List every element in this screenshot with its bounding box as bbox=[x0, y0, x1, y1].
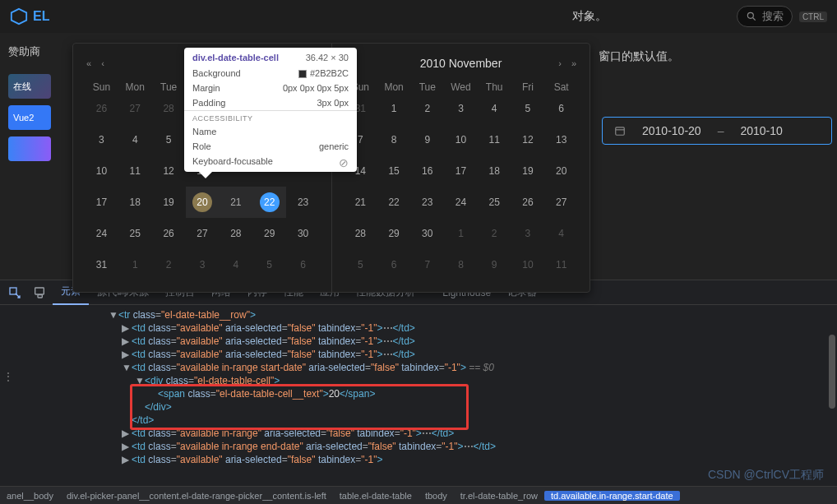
crumb-selected[interactable]: td.available.in-range.start-date bbox=[544, 491, 680, 501]
date-cell[interactable]: 7 bbox=[410, 249, 444, 280]
date-cell[interactable]: 26 bbox=[511, 187, 545, 218]
svg-rect-7 bbox=[38, 294, 42, 297]
date-cell[interactable]: 16 bbox=[410, 155, 444, 187]
date-cell[interactable]: 2 bbox=[152, 249, 186, 280]
date-cell[interactable]: 5 bbox=[152, 124, 186, 155]
date-cell[interactable]: 13 bbox=[544, 124, 578, 155]
forbidden-icon: ⊘ bbox=[339, 156, 349, 169]
date-cell[interactable]: 10 bbox=[444, 124, 478, 155]
element-logo-icon bbox=[10, 7, 28, 25]
date-cell[interactable]: 1 bbox=[377, 93, 411, 124]
date-cell[interactable]: 21 bbox=[219, 187, 252, 218]
sponsor-card-2[interactable]: Vue2 bbox=[8, 105, 51, 130]
date-cell[interactable]: 18 bbox=[118, 187, 152, 218]
svg-point-1 bbox=[747, 12, 753, 18]
date-cell[interactable]: 24 bbox=[85, 218, 118, 249]
date-cell[interactable]: 9 bbox=[410, 124, 444, 155]
date-cell[interactable]: 25 bbox=[118, 218, 152, 249]
date-cell[interactable]: 3 bbox=[444, 93, 478, 124]
date-cell[interactable]: 28 bbox=[219, 218, 252, 249]
date-cell[interactable]: 9 bbox=[478, 249, 511, 280]
date-cell[interactable]: 19 bbox=[152, 187, 186, 218]
date-cell[interactable]: 17 bbox=[444, 155, 478, 187]
date-cell[interactable]: 22 bbox=[377, 187, 411, 218]
next-year-icon[interactable]: » bbox=[570, 58, 578, 68]
date-cell[interactable]: 8 bbox=[377, 124, 411, 155]
date-cell[interactable]: 17 bbox=[85, 187, 118, 218]
daterange-input[interactable]: 2010-10-20 – 2010-10 bbox=[602, 117, 832, 145]
date-cell[interactable]: 29 bbox=[377, 218, 411, 249]
date-cell[interactable]: 1 bbox=[118, 249, 152, 280]
crumb[interactable]: div.el-picker-panel__content.el-date-ran… bbox=[60, 491, 333, 501]
calendar-right: 2010 November › » SunMonTueWedThuFriSat … bbox=[331, 44, 590, 292]
date-cell[interactable]: 22 bbox=[252, 187, 286, 218]
elements-tree[interactable]: ▼<tr class="el-date-table__row"> ▶<td cl… bbox=[0, 305, 837, 469]
ctrl-hint: CTRL bbox=[799, 12, 827, 22]
date-cell[interactable]: 6 bbox=[286, 249, 320, 280]
date-cell[interactable]: 5 bbox=[344, 249, 377, 280]
date-cell[interactable]: 5 bbox=[511, 93, 545, 124]
device-icon[interactable] bbox=[28, 280, 51, 305]
inspect-icon[interactable] bbox=[3, 280, 26, 305]
breadcrumb[interactable]: anel__body div.el-picker-panel__content.… bbox=[0, 486, 837, 504]
date-cell[interactable]: 10 bbox=[511, 249, 545, 280]
date-cell[interactable]: 11 bbox=[118, 155, 152, 187]
date-cell[interactable]: 23 bbox=[410, 187, 444, 218]
date-cell[interactable]: 15 bbox=[377, 155, 411, 187]
date-cell[interactable]: 20 bbox=[186, 187, 220, 218]
date-cell[interactable]: 4 bbox=[219, 249, 252, 280]
vertical-scrollbar[interactable] bbox=[829, 335, 835, 409]
date-cell[interactable]: 8 bbox=[444, 249, 478, 280]
date-cell[interactable]: 31 bbox=[85, 249, 118, 280]
date-cell[interactable]: 12 bbox=[152, 155, 186, 187]
more-icon[interactable]: ⋮ bbox=[3, 371, 13, 382]
date-cell[interactable]: 12 bbox=[511, 124, 545, 155]
crumb[interactable]: tbody bbox=[418, 491, 454, 501]
date-cell[interactable]: 4 bbox=[544, 218, 578, 249]
date-cell[interactable]: 2 bbox=[410, 93, 444, 124]
date-cell[interactable]: 28 bbox=[152, 93, 186, 124]
date-cell[interactable]: 3 bbox=[511, 218, 545, 249]
date-cell[interactable]: 18 bbox=[478, 155, 511, 187]
date-cell[interactable]: 30 bbox=[286, 218, 320, 249]
sponsor-card-3[interactable] bbox=[8, 136, 51, 161]
date-cell[interactable]: 23 bbox=[286, 187, 320, 218]
date-cell[interactable]: 30 bbox=[410, 218, 444, 249]
date-cell[interactable]: 10 bbox=[85, 155, 118, 187]
sponsor-card-1[interactable]: 在线 bbox=[8, 74, 51, 99]
prev-year-icon[interactable]: « bbox=[85, 58, 93, 68]
date-cell[interactable]: 5 bbox=[252, 249, 286, 280]
date-cell[interactable]: 26 bbox=[85, 93, 118, 124]
date-cell[interactable]: 11 bbox=[544, 249, 578, 280]
crumb-cut[interactable]: anel__body bbox=[0, 491, 60, 501]
date-cell[interactable]: 6 bbox=[544, 93, 578, 124]
crumb[interactable]: tr.el-date-table_row bbox=[454, 491, 544, 501]
date-cell[interactable]: 3 bbox=[186, 249, 220, 280]
search-box[interactable]: 搜索 bbox=[737, 6, 793, 27]
date-cell[interactable]: 29 bbox=[252, 218, 286, 249]
date-cell[interactable]: 26 bbox=[152, 218, 186, 249]
date-cell[interactable]: 20 bbox=[544, 155, 578, 187]
svg-marker-0 bbox=[12, 9, 26, 24]
tt-role-val: generic bbox=[319, 141, 349, 151]
date-cell[interactable]: 25 bbox=[478, 187, 511, 218]
crumb[interactable]: table.el-date-table bbox=[333, 491, 418, 501]
date-cell[interactable]: 21 bbox=[344, 187, 377, 218]
date-cell[interactable]: 27 bbox=[118, 93, 152, 124]
date-cell[interactable]: 27 bbox=[186, 218, 220, 249]
date-cell[interactable]: 19 bbox=[511, 155, 545, 187]
date-cell[interactable]: 4 bbox=[118, 124, 152, 155]
next-month-icon[interactable]: › bbox=[557, 58, 563, 68]
date-cell[interactable]: 2 bbox=[478, 218, 511, 249]
date-cell[interactable]: 4 bbox=[478, 93, 511, 124]
date-cell[interactable]: 6 bbox=[377, 249, 411, 280]
date-cell[interactable]: 24 bbox=[444, 187, 478, 218]
date-cell[interactable]: 11 bbox=[478, 124, 511, 155]
logo[interactable]: EL bbox=[10, 7, 49, 25]
date-cell[interactable]: 27 bbox=[544, 187, 578, 218]
prev-month-icon[interactable]: ‹ bbox=[99, 58, 106, 68]
date-cell[interactable]: 1 bbox=[444, 218, 478, 249]
highlight-box bbox=[130, 384, 469, 430]
date-cell[interactable]: 3 bbox=[85, 124, 118, 155]
date-cell[interactable]: 28 bbox=[344, 218, 377, 249]
